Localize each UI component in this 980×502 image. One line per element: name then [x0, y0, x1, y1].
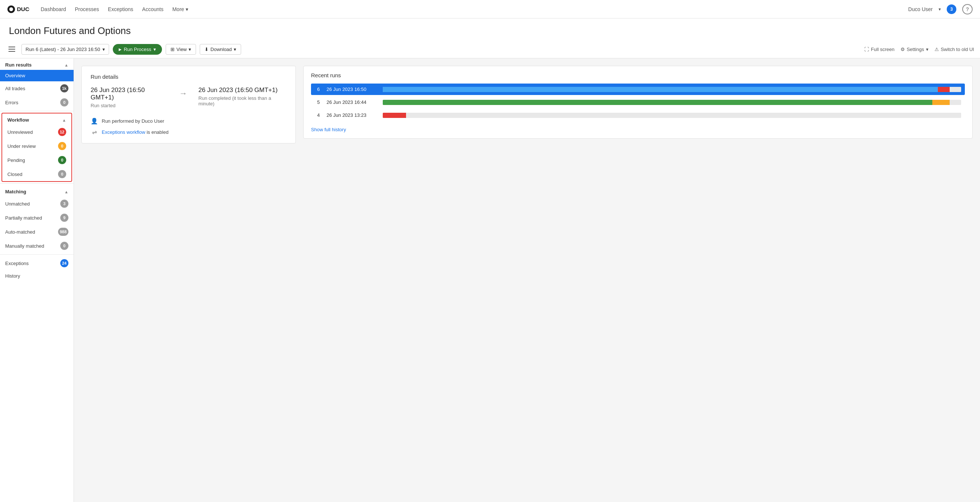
workflow-link[interactable]: Exceptions workflow [102, 129, 145, 135]
run-row-6[interactable]: 6 26 Jun 2023 16:50 [311, 84, 965, 95]
run-4-date: 26 Jun 2023 13:23 [326, 112, 378, 118]
sidebar-item-manually-matched[interactable]: Manually matched 0 [0, 239, 73, 253]
nav-exceptions[interactable]: Exceptions [108, 5, 133, 14]
sidebar-item-unreviewed[interactable]: Unreviewed 12 [2, 125, 72, 139]
pending-label: Pending [7, 157, 25, 163]
two-col-layout: Run details 26 Jun 2023 (16:50 GMT+1) Ru… [81, 66, 973, 502]
nav-more[interactable]: More ▾ [172, 5, 188, 14]
main-layout: Run results ▲ Overview All trades 1k Err… [0, 59, 980, 502]
old-ui-label: Switch to old UI [941, 46, 974, 52]
run-meta: 👤 Run performed by Duco User ⇌ Exception… [91, 117, 286, 136]
run-6-bar [383, 87, 961, 92]
run-6-num: 6 [315, 86, 322, 92]
help-button[interactable]: ? [962, 4, 973, 14]
nav-processes[interactable]: Processes [75, 5, 99, 14]
user-label[interactable]: Duco User [908, 6, 933, 12]
run-5-bar [383, 100, 961, 105]
under-review-badge: 0 [58, 142, 66, 150]
old-ui-button[interactable]: ⚠ Switch to old UI [934, 46, 974, 52]
run-details-card: Run details 26 Jun 2023 (16:50 GMT+1) Ru… [81, 66, 296, 143]
run-4-num: 4 [315, 112, 322, 118]
run-details-col: Run details 26 Jun 2023 (16:50 GMT+1) Ru… [81, 66, 296, 502]
run-selector-label: Run 6 (Latest) - 26 Jun 2023 16:50 [25, 46, 100, 52]
sidebar-item-exceptions[interactable]: Exceptions 24 [0, 256, 73, 270]
nav-right: Duco User ▾ 3 ? [908, 4, 973, 14]
view-chevron: ▾ [189, 46, 191, 52]
recent-runs-title: Recent runs [311, 72, 965, 78]
run-start-date: 26 Jun 2023 (16:50 GMT+1) [91, 86, 168, 101]
sidebar-item-history[interactable]: History [0, 270, 73, 282]
sidebar-matching-header: Matching ▲ [0, 185, 73, 197]
sidebar-item-under-review[interactable]: Under review 0 [2, 139, 72, 153]
overview-label: Overview [5, 73, 25, 78]
view-label: View [177, 46, 187, 52]
old-ui-icon: ⚠ [934, 46, 939, 52]
fullscreen-button[interactable]: ⛶ Full screen [864, 46, 894, 52]
run-5-yellow-bar [932, 100, 950, 105]
show-full-history-link[interactable]: Show full history [311, 127, 346, 132]
sidebar-item-unmatched[interactable]: Unmatched 3 [0, 197, 73, 211]
hamburger-button[interactable] [6, 43, 18, 55]
sidebar-item-errors[interactable]: Errors 0 [0, 95, 73, 110]
run-end-sub: Run completed (it took less than a minut… [199, 95, 286, 106]
run-6-date: 26 Jun 2023 16:50 [326, 86, 378, 92]
run-performed-by: Run performed by Duco User [102, 118, 164, 124]
workflow-icon: ⇌ [91, 128, 98, 136]
nav-links: Dashboard Processes Exceptions Accounts … [41, 5, 908, 14]
run-start-phase: 26 Jun 2023 (16:50 GMT+1) Run started [91, 86, 168, 108]
workflow-chevron[interactable]: ▲ [62, 118, 66, 122]
sidebar-workflow-header: Workflow ▲ [2, 113, 72, 125]
workflow-enabled-label: is enabled [146, 129, 168, 135]
closed-badge: 0 [58, 170, 66, 178]
page-title: London Futures and Options [9, 25, 971, 37]
workflow-label: Workflow [7, 117, 29, 123]
svg-point-1 [9, 7, 13, 11]
all-trades-badge: 1k [60, 84, 68, 92]
run-4-red-bar [383, 113, 406, 118]
run-performed-row: 👤 Run performed by Duco User [91, 117, 286, 125]
download-icon: ⬇ [205, 46, 208, 52]
matching-chevron[interactable]: ▲ [64, 190, 68, 194]
nav-accounts[interactable]: Accounts [142, 5, 164, 14]
run-6-red-bar [938, 87, 949, 92]
sidebar-item-auto-matched[interactable]: Auto-matched 988 [0, 225, 73, 239]
logo: DUCO [7, 4, 30, 14]
download-button[interactable]: ⬇ Download ▾ [200, 44, 241, 55]
exceptions-label: Exceptions [5, 261, 29, 266]
run-end-phase: 26 Jun 2023 (16:50 GMT+1) Run completed … [199, 86, 286, 106]
page-header: London Futures and Options [0, 19, 980, 40]
run-row-5[interactable]: 5 26 Jun 2023 16:44 [311, 97, 965, 108]
settings-button[interactable]: ⚙ Settings ▾ [900, 46, 929, 52]
toolbar-right: ⛶ Full screen ⚙ Settings ▾ ⚠ Switch to o… [864, 46, 974, 52]
all-trades-label: All trades [5, 86, 25, 91]
sidebar-item-overview[interactable]: Overview [0, 70, 73, 81]
sidebar-run-results-header: Run results ▲ [0, 59, 73, 70]
unmatched-label: Unmatched [5, 201, 30, 207]
auto-matched-label: Auto-matched [5, 229, 35, 235]
sidebar-item-pending[interactable]: Pending 0 [2, 153, 72, 167]
partially-matched-badge: 9 [60, 214, 68, 222]
sidebar-item-partially-matched[interactable]: Partially matched 9 [0, 211, 73, 225]
unreviewed-badge: 12 [58, 128, 66, 136]
settings-icon: ⚙ [900, 46, 905, 52]
run-results-chevron[interactable]: ▲ [64, 63, 68, 67]
sidebar-item-all-trades[interactable]: All trades 1k [0, 81, 73, 95]
nav-dashboard[interactable]: Dashboard [41, 5, 66, 14]
top-nav: DUCO Dashboard Processes Exceptions Acco… [0, 0, 980, 19]
download-chevron: ▾ [234, 46, 236, 52]
errors-badge: 0 [60, 98, 68, 106]
recent-runs-card: Recent runs 6 26 Jun 2023 16:50 5 26 Ju [303, 66, 973, 139]
notification-button[interactable]: 3 [947, 5, 956, 14]
closed-label: Closed [7, 172, 22, 177]
exceptions-badge: 24 [60, 259, 68, 267]
run-selector-chevron: ▾ [102, 46, 105, 52]
sidebar-item-closed[interactable]: Closed 0 [2, 167, 72, 181]
view-icon: ⊞ [170, 46, 175, 52]
run-selector[interactable]: Run 6 (Latest) - 26 Jun 2023 16:50 ▾ [21, 44, 109, 55]
toolbar: Run 6 (Latest) - 26 Jun 2023 16:50 ▾ ▶ R… [0, 40, 980, 59]
run-process-button[interactable]: ▶ Run Process ▾ [113, 44, 162, 55]
under-review-label: Under review [7, 143, 36, 149]
run-row-4[interactable]: 4 26 Jun 2023 13:23 [311, 110, 965, 121]
unreviewed-label: Unreviewed [7, 129, 33, 135]
view-button[interactable]: ⊞ View ▾ [165, 44, 196, 55]
